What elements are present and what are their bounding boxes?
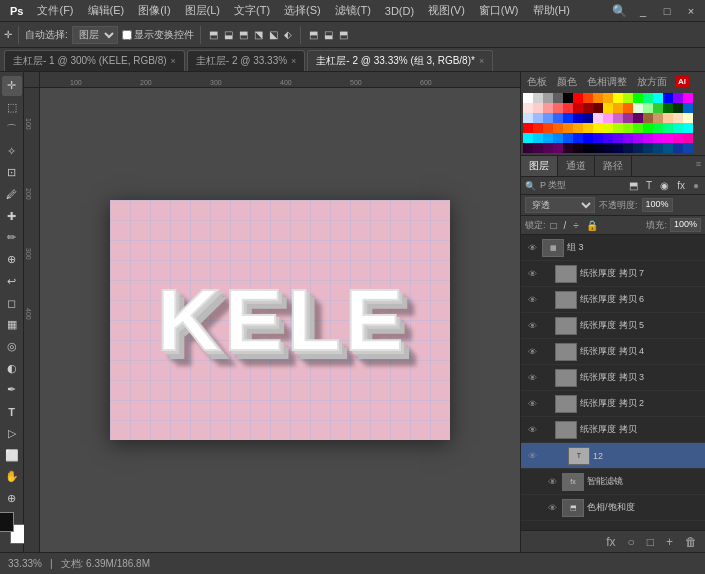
menu-3d[interactable]: 3D(D) xyxy=(379,3,420,19)
swatch-r3-14[interactable] xyxy=(653,113,663,123)
align-right-icon[interactable]: ⬒ xyxy=(237,28,250,41)
swatch-r3-4[interactable] xyxy=(553,113,563,123)
crop-tool[interactable]: ⊡ xyxy=(2,163,22,183)
layer-eye-hue[interactable]: 👁 xyxy=(545,501,559,515)
swatch-r3-9[interactable] xyxy=(603,113,613,123)
menu-view[interactable]: 视图(V) xyxy=(422,1,471,20)
swatch-r6-13[interactable] xyxy=(643,143,653,153)
swatch-r3-6[interactable] xyxy=(573,113,583,123)
lock-position-icon[interactable]: ÷ xyxy=(571,219,581,232)
swatch-r6-12[interactable] xyxy=(633,143,643,153)
swatch-r5-14[interactable] xyxy=(653,133,663,143)
swatch-r6-1[interactable] xyxy=(523,143,533,153)
eyedropper-tool[interactable]: 🖉 xyxy=(2,185,22,205)
swatch-r4-4[interactable] xyxy=(553,123,563,133)
swatch-r5-7[interactable] xyxy=(583,133,593,143)
swatch-r6-5[interactable] xyxy=(563,143,573,153)
swatch-r5-4[interactable] xyxy=(553,133,563,143)
swatch-r3-7[interactable] xyxy=(583,113,593,123)
align-center-v-icon[interactable]: ⬓ xyxy=(222,28,235,41)
lasso-tool[interactable]: ⌒ xyxy=(2,119,22,139)
text-tool[interactable]: T xyxy=(2,402,22,422)
swatch-r2-10[interactable] xyxy=(613,103,623,113)
layers-tab-paths[interactable]: 路径 xyxy=(595,156,632,176)
color-tab-swatches[interactable]: 色板 xyxy=(523,74,551,90)
eraser-tool[interactable]: ◻ xyxy=(2,293,22,313)
marquee-tool[interactable]: ⬚ xyxy=(2,98,22,118)
menu-edit[interactable]: 编辑(E) xyxy=(82,1,131,20)
swatch-r3-1[interactable] xyxy=(523,113,533,123)
swatch-r4-9[interactable] xyxy=(603,123,613,133)
color-tab-patterns[interactable]: 放方面 xyxy=(633,74,671,90)
align-center-h-icon[interactable]: ⬕ xyxy=(267,28,280,41)
swatch-r4-1[interactable] xyxy=(523,123,533,133)
swatch-r4-10[interactable] xyxy=(613,123,623,133)
swatch-r5-11[interactable] xyxy=(623,133,633,143)
move-tool[interactable]: ✛ xyxy=(2,76,22,96)
swatch-r6-9[interactable] xyxy=(603,143,613,153)
layer-item-copy2[interactable]: 👁 纸张厚度 拷贝 2 xyxy=(521,391,705,417)
swatch-cyan[interactable] xyxy=(653,93,663,103)
layer-item-copy7[interactable]: 👁 纸张厚度 拷贝 7 xyxy=(521,261,705,287)
filter-toggle[interactable]: ● xyxy=(691,179,701,192)
swatch-dark-gray[interactable] xyxy=(553,93,563,103)
swatch-r2-9[interactable] xyxy=(603,103,613,113)
swatch-r5-12[interactable] xyxy=(633,133,643,143)
layer-eye-12[interactable]: 👁 xyxy=(525,449,539,463)
tab-3[interactable]: 圭杠层- 2 @ 33.33% (组 3, RGB/8)* × xyxy=(307,50,493,71)
new-layer-btn[interactable]: + xyxy=(662,533,677,551)
swatch-r3-5[interactable] xyxy=(563,113,573,123)
filter-btn-2[interactable]: T xyxy=(644,179,654,192)
layer-item-copy4[interactable]: 👁 纸张厚度 拷贝 4 xyxy=(521,339,705,365)
minimize-btn[interactable]: _ xyxy=(633,1,653,21)
swatch-orange-red[interactable] xyxy=(583,93,593,103)
swatch-r4-15[interactable] xyxy=(663,123,673,133)
swatch-r4-2[interactable] xyxy=(533,123,543,133)
lock-all-icon[interactable]: 🔒 xyxy=(584,219,600,232)
swatch-r2-7[interactable] xyxy=(583,103,593,113)
dist-left-icon[interactable]: ⬒ xyxy=(307,28,320,41)
swatch-r3-17[interactable] xyxy=(683,113,693,123)
opacity-value[interactable]: 100% xyxy=(642,198,673,212)
pen-tool[interactable]: ✒ xyxy=(2,380,22,400)
lock-transparent-icon[interactable]: □ xyxy=(549,219,559,232)
layer-eye-smart[interactable]: 👁 xyxy=(545,475,559,489)
swatch-r2-12[interactable] xyxy=(633,103,643,113)
tab-1-close[interactable]: × xyxy=(171,56,176,66)
swatch-r4-13[interactable] xyxy=(643,123,653,133)
swatch-r5-2[interactable] xyxy=(533,133,543,143)
align-top-icon[interactable]: ⬔ xyxy=(252,28,265,41)
swatch-r6-3[interactable] xyxy=(543,143,553,153)
swatch-r3-10[interactable] xyxy=(613,113,623,123)
menu-image[interactable]: 图像(I) xyxy=(132,1,176,20)
swatch-r2-11[interactable] xyxy=(623,103,633,113)
fg-color-swatch[interactable] xyxy=(0,512,14,532)
swatch-white[interactable] xyxy=(523,93,533,103)
swatch-r4-5[interactable] xyxy=(563,123,573,133)
swatch-r6-4[interactable] xyxy=(553,143,563,153)
swatch-r3-11[interactable] xyxy=(623,113,633,123)
dodge-tool[interactable]: ◐ xyxy=(2,358,22,378)
color-tab-color[interactable]: 颜色 xyxy=(553,74,581,90)
tab-3-close[interactable]: × xyxy=(479,56,484,66)
swatch-r6-8[interactable] xyxy=(593,143,603,153)
swatch-r3-12[interactable] xyxy=(633,113,643,123)
swatch-r6-15[interactable] xyxy=(663,143,673,153)
filter-btn-4[interactable]: fx xyxy=(675,179,687,192)
swatch-r5-3[interactable] xyxy=(543,133,553,143)
swatch-r2-5[interactable] xyxy=(563,103,573,113)
shape-tool[interactable]: ⬜ xyxy=(2,445,22,465)
history-brush-tool[interactable]: ↩ xyxy=(2,271,22,291)
swatch-red[interactable] xyxy=(573,93,583,103)
align-bottom-icon[interactable]: ⬖ xyxy=(282,28,294,41)
layer-eye-copy7[interactable]: 👁 xyxy=(525,267,539,281)
swatch-r6-2[interactable] xyxy=(533,143,543,153)
canvas-area[interactable]: 100 200 300 400 500 600 100 200 300 400 … xyxy=(24,72,520,552)
color-tab-gradient[interactable]: 色相调整 xyxy=(583,74,631,90)
swatch-r2-1[interactable] xyxy=(523,103,533,113)
swatch-r4-6[interactable] xyxy=(573,123,583,133)
swatch-orange[interactable] xyxy=(593,93,603,103)
add-mask-btn[interactable]: ○ xyxy=(623,533,638,551)
lock-image-icon[interactable]: / xyxy=(562,219,569,232)
swatch-r5-15[interactable] xyxy=(663,133,673,143)
